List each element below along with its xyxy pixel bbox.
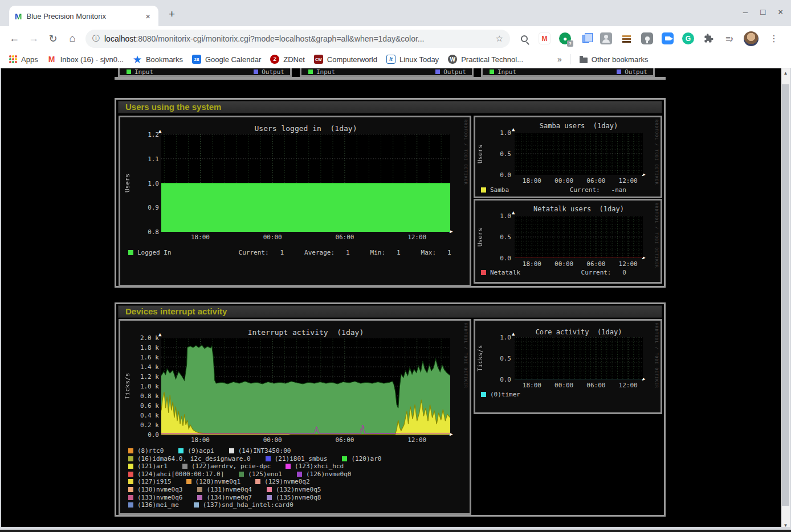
home-button[interactable]: ⌂ xyxy=(63,32,82,44)
legend-swatch xyxy=(239,472,244,477)
bookmarks-overflow-chevron[interactable]: » xyxy=(557,55,562,64)
reload-button[interactable]: ↻ xyxy=(43,32,63,45)
plot-area xyxy=(515,337,643,379)
stack-icon[interactable] xyxy=(621,32,633,44)
legend-swatch xyxy=(267,495,272,500)
bookmark-linux-today[interactable]: lt Linux Today xyxy=(386,55,439,64)
legend-item: (16)idma64.0, i2c_designware.0 xyxy=(128,455,251,463)
legend-item: (126)nvme0q0 xyxy=(297,470,351,478)
window-maximize-button[interactable]: □ xyxy=(760,7,765,17)
y-tick-label: 1.0 xyxy=(485,334,511,341)
y-tick-label: 0.6 k xyxy=(133,402,159,410)
users-logged-in-graph[interactable]: Users logged in (1day)Users1.21.11.00.90… xyxy=(119,116,471,287)
samba-users-graph[interactable]: Samba users (1day)Users1.00.50.018:0000:… xyxy=(474,116,662,198)
scrollbar-thumb[interactable] xyxy=(782,84,789,506)
legend-row: (127)i915(128)nvme0q1(129)nvme0q2 xyxy=(128,478,465,485)
bookmark-star-icon[interactable]: ☆ xyxy=(496,34,503,44)
other-bookmarks[interactable]: Other bookmarks xyxy=(580,55,649,64)
rrdtool-watermark: RRDTOOL / TOBI OETIKER xyxy=(463,120,468,185)
legend-item: (132)nvme0q5 xyxy=(267,486,321,493)
legend-label: (122)aerdrv, pcie-dpc xyxy=(191,463,271,470)
scrollbar-up-arrow[interactable]: ▲ xyxy=(781,68,790,77)
x-tick-label: 00:00 xyxy=(553,382,576,389)
x-tick-label: 18:00 xyxy=(189,234,211,241)
lamp-icon[interactable] xyxy=(641,32,653,44)
legend-swatch xyxy=(128,472,133,477)
legend-row: Logged InCurrent: 1Average: 1Min: 1Max: … xyxy=(128,249,465,256)
bookmark-computerworld[interactable]: CW Computerworld xyxy=(314,55,377,64)
users-section-header: Users using the system xyxy=(118,101,662,113)
legend-label: (14)INT3450:00 xyxy=(238,447,291,455)
new-tab-button[interactable]: + xyxy=(169,8,175,21)
bookmark-bookmarks[interactable]: ★ Bookmarks xyxy=(133,55,183,64)
legend-item: (125)eno1 xyxy=(239,470,282,478)
users-section: Users using the system Users logged in (… xyxy=(115,98,666,288)
window-minimize-button[interactable]: – xyxy=(743,7,748,17)
browser-menu-icon[interactable]: ⋮ xyxy=(769,33,778,44)
legend-stat: Current: 1 xyxy=(239,249,284,256)
x-tick-label: 06:00 xyxy=(333,234,356,241)
core-activity-graph[interactable]: Core activity (1day)Ticks/s1.00.50.018:0… xyxy=(474,319,662,414)
y-axis-arrow-icon: ▲ xyxy=(512,210,515,215)
bookmark-zdnet[interactable]: Z ZDNet xyxy=(270,55,305,64)
x-tick-label: 12:00 xyxy=(406,436,429,444)
voice-icon[interactable]: ●? xyxy=(559,32,571,44)
grammarly-icon[interactable]: G xyxy=(682,32,694,44)
y-axis-label: Users xyxy=(124,134,131,232)
y-tick-label: 0.0 xyxy=(485,255,511,262)
legend-stat: Max: 1 xyxy=(421,249,451,256)
bookmark-google-calendar[interactable]: 28 Google Calendar xyxy=(192,55,261,64)
legend-row: SambaCurrent: -nan xyxy=(481,186,656,194)
browser-tab[interactable]: M Blue Precision Monitorix × xyxy=(9,6,158,26)
y-tick-label: 1.8 k xyxy=(133,344,159,351)
zoom-camera-icon[interactable] xyxy=(662,32,674,44)
netatalk-users-graph[interactable]: Netatalk users (1day)Users1.00.50.018:00… xyxy=(474,199,662,284)
chart-title: Interrupt activity (1day) xyxy=(161,328,450,337)
rrdtool-watermark: RRDTOOL / TOBI OETIKER xyxy=(654,120,659,185)
back-button[interactable]: ← xyxy=(5,32,24,44)
output-legend-swatch xyxy=(617,69,621,74)
browser-toolbar: ← → ↻ ⌂ ⓘ localhost:8080/monitorix-cgi/m… xyxy=(0,26,791,51)
y-tick-label: 1.0 k xyxy=(133,383,159,390)
output-legend-label: Output xyxy=(262,68,284,76)
person-icon[interactable] xyxy=(600,32,612,44)
copy-icon[interactable] xyxy=(580,32,592,44)
y-axis-label: Ticks/s xyxy=(124,338,131,435)
legend-item: (121)ar1 xyxy=(128,463,168,470)
address-bar[interactable]: ⓘ localhost:8080/monitorix-cgi/monitorix… xyxy=(85,30,510,48)
x-tick-label: 00:00 xyxy=(553,260,576,268)
devices-section-header: Devices interrupt activity xyxy=(118,305,662,318)
legend-swatch xyxy=(255,479,260,484)
window-close-button[interactable]: × xyxy=(778,7,783,17)
legend-item: (130)nvme0q3 xyxy=(128,486,182,493)
page-content: Input Output Input Output Input Output U… xyxy=(0,68,781,527)
url-text[interactable]: localhost:8080/monitorix-cgi/monitorix.c… xyxy=(104,34,491,43)
extensions-puzzle-icon[interactable] xyxy=(703,32,715,44)
legend-item: (0)timer xyxy=(481,391,520,398)
bookmark-practical-technology[interactable]: W Practical Technol... xyxy=(448,55,523,64)
forward-button[interactable]: → xyxy=(24,32,43,44)
bookmark-apps[interactable]: Apps xyxy=(9,55,38,64)
legend-item: (136)mei_me xyxy=(128,501,179,509)
partial-graph-panel[interactable]: Input Output xyxy=(481,68,655,77)
partial-graph-panel[interactable]: Input Output xyxy=(300,68,474,77)
legend-item: (8)rtc0 xyxy=(128,447,164,455)
legend-item: (14)INT3450:00 xyxy=(229,447,291,455)
bookmark-inbox[interactable]: M Inbox (16) - sjvn0... xyxy=(47,55,124,64)
interrupt-activity-graph[interactable]: Interrupt activity (1day)Ticks/s2.0 k1.8… xyxy=(119,319,471,515)
profile-avatar[interactable] xyxy=(744,31,759,46)
partial-graph-panel[interactable]: Input Output xyxy=(118,68,292,77)
site-info-icon[interactable]: ⓘ xyxy=(92,34,100,44)
legend-row: (0)timer xyxy=(481,391,656,398)
page-scrollbar[interactable]: ▲ ▼ xyxy=(781,68,790,530)
y-tick-label: 0.8 k xyxy=(133,392,159,400)
y-tick-label: 0.4 k xyxy=(133,412,159,419)
legend-label: (21)i801_smbus xyxy=(275,455,328,463)
y-tick-label: 0.5 xyxy=(485,355,511,362)
search-icon[interactable] xyxy=(518,32,530,44)
reading-list-icon[interactable]: ≡♪ xyxy=(723,32,735,44)
y-tick-label: 0.0 xyxy=(133,431,159,439)
gmail-icon[interactable]: M xyxy=(539,32,551,44)
tab-close-icon[interactable]: × xyxy=(143,11,153,21)
legend-label: (135)nvme0q8 xyxy=(276,494,321,501)
